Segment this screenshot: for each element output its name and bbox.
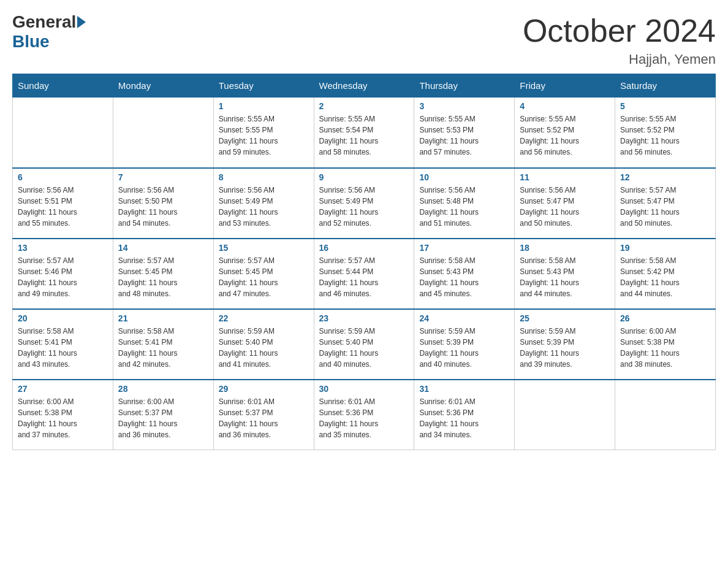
day-info: Sunrise: 5:56 AMSunset: 5:51 PMDaylight:… bbox=[18, 185, 108, 229]
day-number: 14 bbox=[118, 243, 208, 253]
calendar-cell bbox=[515, 380, 615, 450]
calendar-cell: 9Sunrise: 5:56 AMSunset: 5:49 PMDaylight… bbox=[314, 168, 414, 239]
calendar-cell: 10Sunrise: 5:56 AMSunset: 5:48 PMDayligh… bbox=[414, 168, 515, 239]
day-number: 18 bbox=[520, 243, 610, 253]
logo-arrow-icon bbox=[77, 16, 86, 28]
day-info: Sunrise: 5:58 AMSunset: 5:43 PMDaylight:… bbox=[419, 255, 509, 299]
day-number: 17 bbox=[419, 243, 509, 253]
calendar-cell: 14Sunrise: 5:57 AMSunset: 5:45 PMDayligh… bbox=[113, 239, 213, 309]
week-row-5: 27Sunrise: 6:00 AMSunset: 5:38 PMDayligh… bbox=[13, 380, 716, 450]
day-number: 1 bbox=[219, 101, 309, 111]
calendar-cell: 25Sunrise: 5:59 AMSunset: 5:39 PMDayligh… bbox=[515, 309, 615, 380]
day-number: 3 bbox=[419, 101, 509, 111]
calendar-cell: 3Sunrise: 5:55 AMSunset: 5:53 PMDaylight… bbox=[414, 98, 515, 168]
week-row-1: 1Sunrise: 5:55 AMSunset: 5:55 PMDaylight… bbox=[13, 98, 716, 168]
day-number: 11 bbox=[520, 172, 610, 182]
day-number: 10 bbox=[419, 172, 509, 182]
day-number: 4 bbox=[520, 101, 610, 111]
month-title: October 2024 bbox=[523, 12, 716, 49]
page-header: General Blue October 2024 Hajjah, Yemen bbox=[12, 12, 716, 67]
calendar-cell: 1Sunrise: 5:55 AMSunset: 5:55 PMDaylight… bbox=[213, 98, 314, 168]
day-number: 2 bbox=[319, 101, 409, 111]
day-number: 8 bbox=[219, 172, 309, 182]
day-number: 19 bbox=[620, 243, 710, 253]
logo-general-text: General bbox=[12, 12, 76, 32]
day-info: Sunrise: 5:57 AMSunset: 5:46 PMDaylight:… bbox=[18, 255, 108, 299]
day-info: Sunrise: 5:56 AMSunset: 5:49 PMDaylight:… bbox=[319, 185, 409, 229]
calendar-cell: 11Sunrise: 5:56 AMSunset: 5:47 PMDayligh… bbox=[515, 168, 615, 239]
day-number: 13 bbox=[18, 243, 108, 253]
calendar-cell: 16Sunrise: 5:57 AMSunset: 5:44 PMDayligh… bbox=[314, 239, 414, 309]
day-number: 28 bbox=[118, 384, 208, 394]
calendar-cell: 6Sunrise: 5:56 AMSunset: 5:51 PMDaylight… bbox=[13, 168, 113, 239]
day-info: Sunrise: 5:57 AMSunset: 5:44 PMDaylight:… bbox=[319, 255, 409, 299]
day-info: Sunrise: 5:55 AMSunset: 5:54 PMDaylight:… bbox=[319, 113, 409, 158]
day-number: 6 bbox=[18, 172, 108, 182]
day-number: 15 bbox=[219, 243, 309, 253]
day-info: Sunrise: 5:56 AMSunset: 5:50 PMDaylight:… bbox=[118, 185, 208, 229]
day-info: Sunrise: 5:59 AMSunset: 5:40 PMDaylight:… bbox=[319, 326, 409, 370]
day-info: Sunrise: 5:56 AMSunset: 5:49 PMDaylight:… bbox=[219, 185, 309, 229]
day-info: Sunrise: 6:01 AMSunset: 5:37 PMDaylight:… bbox=[219, 396, 309, 440]
day-info: Sunrise: 5:58 AMSunset: 5:41 PMDaylight:… bbox=[18, 326, 108, 370]
weekday-header-monday: Monday bbox=[113, 74, 213, 98]
calendar-cell: 2Sunrise: 5:55 AMSunset: 5:54 PMDaylight… bbox=[314, 98, 414, 168]
calendar-cell: 23Sunrise: 5:59 AMSunset: 5:40 PMDayligh… bbox=[314, 309, 414, 380]
weekday-header-tuesday: Tuesday bbox=[213, 74, 314, 98]
day-info: Sunrise: 5:59 AMSunset: 5:39 PMDaylight:… bbox=[419, 326, 509, 370]
day-number: 30 bbox=[319, 384, 409, 394]
calendar-cell: 26Sunrise: 6:00 AMSunset: 5:38 PMDayligh… bbox=[615, 309, 716, 380]
day-info: Sunrise: 5:55 AMSunset: 5:52 PMDaylight:… bbox=[620, 113, 710, 158]
day-info: Sunrise: 6:01 AMSunset: 5:36 PMDaylight:… bbox=[419, 396, 509, 440]
calendar-cell: 20Sunrise: 5:58 AMSunset: 5:41 PMDayligh… bbox=[13, 309, 113, 380]
day-info: Sunrise: 5:55 AMSunset: 5:55 PMDaylight:… bbox=[219, 113, 309, 158]
day-number: 25 bbox=[520, 313, 610, 323]
day-info: Sunrise: 6:00 AMSunset: 5:38 PMDaylight:… bbox=[620, 326, 710, 370]
day-number: 29 bbox=[219, 384, 309, 394]
day-info: Sunrise: 5:58 AMSunset: 5:42 PMDaylight:… bbox=[620, 255, 710, 299]
calendar-cell: 18Sunrise: 5:58 AMSunset: 5:43 PMDayligh… bbox=[515, 239, 615, 309]
weekday-header-friday: Friday bbox=[515, 74, 615, 98]
day-info: Sunrise: 5:58 AMSunset: 5:43 PMDaylight:… bbox=[520, 255, 610, 299]
calendar-cell: 17Sunrise: 5:58 AMSunset: 5:43 PMDayligh… bbox=[414, 239, 515, 309]
calendar-cell: 22Sunrise: 5:59 AMSunset: 5:40 PMDayligh… bbox=[213, 309, 314, 380]
calendar-table: SundayMondayTuesdayWednesdayThursdayFrid… bbox=[12, 74, 716, 450]
weekday-header-wednesday: Wednesday bbox=[314, 74, 414, 98]
calendar-cell: 29Sunrise: 6:01 AMSunset: 5:37 PMDayligh… bbox=[213, 380, 314, 450]
logo: General Blue bbox=[12, 12, 87, 52]
calendar-cell: 24Sunrise: 5:59 AMSunset: 5:39 PMDayligh… bbox=[414, 309, 515, 380]
day-info: Sunrise: 5:56 AMSunset: 5:48 PMDaylight:… bbox=[419, 185, 509, 229]
calendar-cell: 12Sunrise: 5:57 AMSunset: 5:47 PMDayligh… bbox=[615, 168, 716, 239]
calendar-cell: 7Sunrise: 5:56 AMSunset: 5:50 PMDaylight… bbox=[113, 168, 213, 239]
day-number: 16 bbox=[319, 243, 409, 253]
day-number: 12 bbox=[620, 172, 710, 182]
day-info: Sunrise: 5:55 AMSunset: 5:53 PMDaylight:… bbox=[419, 113, 509, 158]
calendar-cell: 15Sunrise: 5:57 AMSunset: 5:45 PMDayligh… bbox=[213, 239, 314, 309]
calendar-cell: 19Sunrise: 5:58 AMSunset: 5:42 PMDayligh… bbox=[615, 239, 716, 309]
day-info: Sunrise: 6:01 AMSunset: 5:36 PMDaylight:… bbox=[319, 396, 409, 440]
day-number: 23 bbox=[319, 313, 409, 323]
day-number: 27 bbox=[18, 384, 108, 394]
day-number: 26 bbox=[620, 313, 710, 323]
calendar-cell: 28Sunrise: 6:00 AMSunset: 5:37 PMDayligh… bbox=[113, 380, 213, 450]
day-number: 21 bbox=[118, 313, 208, 323]
day-number: 7 bbox=[118, 172, 208, 182]
calendar-cell: 30Sunrise: 6:01 AMSunset: 5:36 PMDayligh… bbox=[314, 380, 414, 450]
calendar-cell: 5Sunrise: 5:55 AMSunset: 5:52 PMDaylight… bbox=[615, 98, 716, 168]
calendar-cell bbox=[113, 98, 213, 168]
day-info: Sunrise: 5:57 AMSunset: 5:45 PMDaylight:… bbox=[118, 255, 208, 299]
day-info: Sunrise: 5:57 AMSunset: 5:45 PMDaylight:… bbox=[219, 255, 309, 299]
day-number: 31 bbox=[419, 384, 509, 394]
day-info: Sunrise: 5:59 AMSunset: 5:39 PMDaylight:… bbox=[520, 326, 610, 370]
calendar-cell: 31Sunrise: 6:01 AMSunset: 5:36 PMDayligh… bbox=[414, 380, 515, 450]
weekday-header-sunday: Sunday bbox=[13, 74, 113, 98]
day-info: Sunrise: 5:55 AMSunset: 5:52 PMDaylight:… bbox=[520, 113, 610, 158]
day-number: 20 bbox=[18, 313, 108, 323]
calendar-cell bbox=[13, 98, 113, 168]
weekday-header-thursday: Thursday bbox=[414, 74, 515, 98]
location-text: Hajjah, Yemen bbox=[523, 52, 716, 67]
calendar-cell: 21Sunrise: 5:58 AMSunset: 5:41 PMDayligh… bbox=[113, 309, 213, 380]
calendar-cell: 4Sunrise: 5:55 AMSunset: 5:52 PMDaylight… bbox=[515, 98, 615, 168]
calendar-cell: 8Sunrise: 5:56 AMSunset: 5:49 PMDaylight… bbox=[213, 168, 314, 239]
week-row-3: 13Sunrise: 5:57 AMSunset: 5:46 PMDayligh… bbox=[13, 239, 716, 309]
